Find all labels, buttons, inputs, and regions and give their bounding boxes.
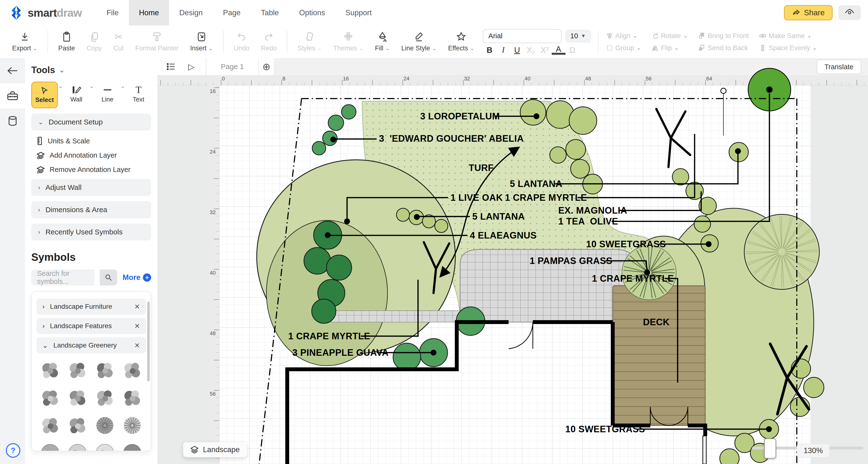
shrub[interactable] (328, 115, 344, 130)
category-landscape-features[interactable]: ›Landscape Features✕ (37, 318, 146, 334)
shrub[interactable] (312, 142, 326, 155)
fill-button[interactable]: Fill⌄ (369, 31, 396, 52)
make-same-button[interactable]: Make Same⌄ (759, 32, 817, 40)
shrub[interactable] (312, 299, 336, 323)
italic-button[interactable]: I (496, 45, 510, 55)
shrub[interactable] (393, 343, 421, 371)
format-painter-button[interactable]: Format Painter (130, 31, 185, 52)
space-evenly-button[interactable]: Space Evenly⌄ (759, 44, 817, 52)
symbol-thumbnail-tree-round-3[interactable] (92, 441, 118, 451)
flip-button[interactable]: Flip⌄ (652, 44, 688, 52)
menu-home[interactable]: Home (129, 0, 169, 25)
close-icon[interactable]: ✕ (134, 322, 140, 330)
symbol-thumbnail-plant-cluster-9[interactable] (37, 414, 63, 437)
menu-page[interactable]: Page (213, 0, 251, 25)
shrub[interactable] (566, 140, 586, 159)
tools-header[interactable]: Tools⌄ (31, 65, 151, 75)
landscape-layer-chip[interactable]: Landscape (183, 442, 247, 457)
smartdraw-logo[interactable]: smartdraw (9, 5, 82, 20)
symbol-thumbnail-plant-cluster-1[interactable] (37, 359, 63, 382)
bold-button[interactable]: B (483, 45, 496, 55)
rotate-button[interactable]: Rotate⌄ (652, 32, 688, 40)
back-button[interactable] (0, 58, 25, 83)
shrub[interactable] (694, 216, 711, 232)
symbol-thumbnail-plant-cluster-3[interactable] (92, 359, 118, 382)
help-button[interactable]: ? (6, 443, 20, 458)
units-scale-item[interactable]: Units & Scale (37, 137, 151, 145)
close-icon[interactable]: ✕ (134, 303, 140, 311)
symbol-thumbnail-tree-spiky-2[interactable] (120, 414, 145, 437)
send-to-back-button[interactable]: Send to Back (699, 44, 749, 52)
text-tool-button[interactable]: T Text (126, 82, 151, 107)
category-landscape-greenery[interactable]: ⌄Landscape Greenery✕ (37, 337, 146, 353)
underline-button[interactable]: U (510, 45, 524, 55)
preview-button[interactable] (838, 5, 861, 20)
menu-support[interactable]: Support (335, 0, 382, 25)
remove-annotation-layer-item[interactable]: Remove Annotation Layer (37, 166, 151, 174)
add-annotation-layer-item[interactable]: Add Annotation Layer (37, 151, 151, 159)
shrub[interactable] (720, 449, 739, 464)
line-tool-dropdown[interactable]: ⌄ (121, 83, 126, 89)
menu-file[interactable]: File (96, 0, 129, 25)
subscript-button[interactable]: X₂ (524, 45, 538, 55)
symbol-search-input[interactable]: Search for symbols... (31, 270, 94, 285)
shrub[interactable] (569, 107, 597, 134)
section-recently-used-symbols[interactable]: ›Recently Used Symbols (31, 223, 151, 241)
shrub[interactable] (804, 377, 824, 398)
toolbox-tab[interactable] (0, 83, 25, 109)
wall-tool-dropdown[interactable]: ⌄ (89, 83, 95, 89)
symbol-thumbnail-plant-cluster-5[interactable] (37, 386, 63, 409)
menu-table[interactable]: Table (251, 0, 289, 25)
landscape-plan[interactable] (157, 58, 868, 464)
bring-to-front-button[interactable]: Bring to Front (699, 32, 749, 40)
symbol-search-button[interactable] (100, 270, 117, 285)
shrub[interactable] (435, 219, 448, 233)
superscript-button[interactable]: X² (538, 45, 552, 55)
symbol-thumbnail-plant-cluster-6[interactable] (65, 386, 90, 409)
shrub[interactable] (327, 255, 352, 280)
shrub[interactable] (570, 159, 589, 178)
category-landscape-furniture[interactable]: ›Landscape Furniture✕ (37, 299, 146, 315)
symbol-thumbnail-tree-round-2[interactable] (65, 441, 90, 451)
symbol-thumbnail-plant-cluster-2[interactable] (65, 359, 90, 382)
font-name-input[interactable]: Arial (483, 29, 562, 43)
section-adjust-wall[interactable]: ›Adjust Wall (31, 179, 151, 196)
shrub[interactable] (672, 168, 689, 185)
shrub[interactable] (520, 99, 546, 125)
panel-scrollbar[interactable] (147, 302, 150, 381)
symbol-thumbnail-tree-spiky-1[interactable] (92, 414, 118, 437)
zoom-slider-handle[interactable] (764, 438, 776, 459)
copy-button[interactable]: Copy (81, 31, 108, 52)
symbol-thumbnail-plant-cluster-7[interactable] (92, 386, 118, 409)
undo-button[interactable]: Undo (228, 31, 255, 52)
share-button[interactable]: Share (784, 5, 833, 20)
group-button[interactable]: Group⌄ (606, 44, 641, 52)
line-style-button[interactable]: Line Style⌄ (396, 31, 442, 52)
paste-button[interactable]: Paste (52, 31, 81, 52)
select-tool-dropdown[interactable]: ⌄ (58, 83, 64, 89)
menu-options[interactable]: Options (289, 0, 335, 25)
shrub[interactable] (550, 147, 566, 163)
export-button[interactable]: Export⌄ (6, 31, 43, 52)
close-icon[interactable]: ✕ (134, 341, 140, 349)
redo-button[interactable]: Redo (255, 31, 283, 52)
symbol-thumbnail-tree-round-1[interactable] (37, 441, 63, 451)
align-button[interactable]: Align⌄ (606, 32, 641, 40)
symbol-thumbnail-plant-cluster-4[interactable] (120, 359, 145, 382)
styles-button[interactable]: Styles⌄ (291, 31, 328, 52)
wall-tool-button[interactable]: Wall (64, 82, 89, 107)
symbol-thumbnail-plant-cluster-8[interactable] (120, 386, 145, 409)
more-symbols-link[interactable]: More+ (123, 273, 151, 282)
document-setup-header[interactable]: ⌄Document Setup (31, 114, 151, 130)
effects-button[interactable]: Effects⌄ (442, 31, 480, 52)
shrub[interactable] (397, 208, 409, 221)
font-size-select[interactable]: 10▼ (565, 30, 591, 42)
vine-plant[interactable] (157, 58, 208, 464)
select-tool-button[interactable]: Select (31, 82, 58, 108)
special-character-button[interactable]: Ω (565, 45, 579, 55)
insert-button[interactable]: Insert⌄ (184, 31, 219, 52)
symbol-thumbnail-plant-cluster-10[interactable] (65, 414, 90, 437)
font-color-button[interactable]: A (552, 45, 565, 55)
section-dimensions-area[interactable]: ›Dimensions & Area (31, 201, 151, 218)
symbol-thumbnail-tree-round-4[interactable] (120, 441, 145, 451)
